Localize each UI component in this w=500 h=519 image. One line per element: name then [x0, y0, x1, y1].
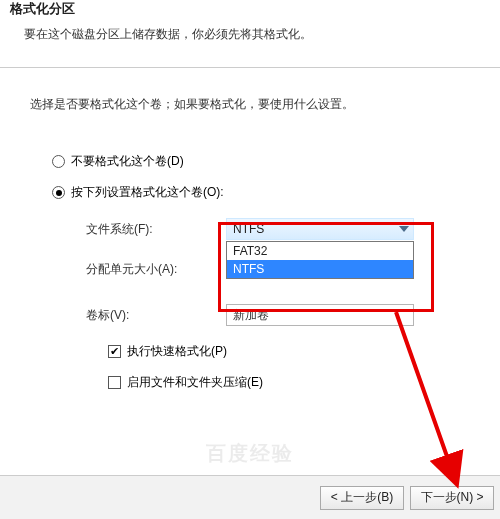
- checkbox-label: 启用文件和文件夹压缩(E): [127, 374, 263, 391]
- volume-label-label: 卷标(V):: [86, 307, 226, 324]
- radio-icon: [52, 155, 65, 168]
- allocation-size-label: 分配单元大小(A):: [86, 261, 226, 278]
- watermark: 百度经验: [0, 440, 500, 467]
- checkbox-label: 执行快速格式化(P): [127, 343, 227, 360]
- radio-icon: [52, 186, 65, 199]
- radio-label: 按下列设置格式化这个卷(O):: [71, 184, 224, 201]
- filesystem-label: 文件系统(F):: [86, 221, 226, 238]
- filesystem-dropdown[interactable]: FAT32 NTFS: [226, 241, 414, 279]
- checkbox-icon: [108, 376, 121, 389]
- volume-label-input[interactable]: 新加卷: [226, 304, 414, 326]
- radio-label: 不要格式化这个卷(D): [71, 153, 184, 170]
- chevron-down-icon: [399, 226, 409, 232]
- page-title: 格式化分区: [10, 0, 480, 18]
- page-subtitle: 要在这个磁盘分区上储存数据，你必须先将其格式化。: [10, 18, 480, 43]
- filesystem-combobox[interactable]: NTFS: [226, 218, 414, 240]
- filesystem-option-ntfs[interactable]: NTFS: [227, 260, 413, 278]
- enable-compression-checkbox[interactable]: 启用文件和文件夹压缩(E): [108, 374, 480, 391]
- filesystem-option-fat32[interactable]: FAT32: [227, 242, 413, 260]
- volume-label-value: 新加卷: [233, 307, 269, 324]
- checkbox-icon: [108, 345, 121, 358]
- back-button[interactable]: < 上一步(B): [320, 486, 404, 510]
- radio-format-with-settings[interactable]: 按下列设置格式化这个卷(O):: [52, 184, 480, 201]
- next-button[interactable]: 下一步(N) >: [410, 486, 494, 510]
- instruction-text: 选择是否要格式化这个卷；如果要格式化，要使用什么设置。: [30, 96, 480, 113]
- quick-format-checkbox[interactable]: 执行快速格式化(P): [108, 343, 480, 360]
- wizard-footer: < 上一步(B) 下一步(N) >: [0, 475, 500, 519]
- radio-no-format[interactable]: 不要格式化这个卷(D): [52, 153, 480, 170]
- filesystem-value: NTFS: [233, 222, 264, 236]
